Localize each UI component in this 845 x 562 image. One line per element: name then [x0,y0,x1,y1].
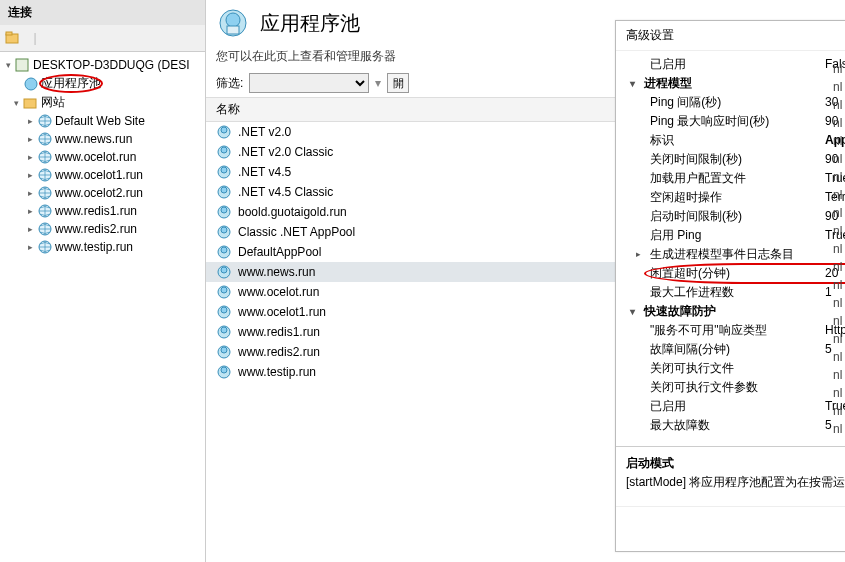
property-row[interactable]: Ping 间隔(秒)30 [616,93,845,112]
property-row[interactable]: 最大故障数5 [616,416,845,435]
chevron-right-icon[interactable]: ▸ [26,207,35,216]
tree-site-label: www.ocelot.run [55,150,136,164]
pool-item-icon [216,264,232,280]
property-row[interactable]: 关闭时间限制(秒)90 [616,150,845,169]
folder-icon[interactable] [4,29,22,47]
pool-item-label: Classic .NET AppPool [238,225,355,239]
chevron-right-icon[interactable]: ▸ [26,171,35,180]
property-label: 已启用 [650,56,825,73]
svg-point-25 [221,207,227,213]
chevron-right-icon[interactable]: ▸ [26,225,35,234]
svg-point-35 [221,307,227,313]
chevron-right-icon[interactable]: ▸ [636,246,641,263]
tree-app-pools[interactable]: 应用程序池 [0,74,205,93]
pool-item-icon [216,364,232,380]
property-desc-title: 启动模式 [626,455,845,472]
property-label: 最大工作进程数 [650,284,825,301]
property-desc-text: [startMode] 将应用程序池配置为在按需运行模式或始终运行模式下运行 [626,474,845,491]
tree-site-item[interactable]: ▸www.redis1.run [0,202,205,220]
svg-point-21 [221,167,227,173]
property-row[interactable]: Ping 最大响应时间(秒)90 [616,112,845,131]
property-category[interactable]: ▾快速故障防护 [616,302,845,321]
property-label: 空闲超时操作 [650,189,825,206]
property-row[interactable]: 启动时间限制(秒)90 [616,207,845,226]
chevron-down-icon[interactable]: ▾ [630,303,644,320]
tree-site-item[interactable]: ▸Default Web Site [0,112,205,130]
actions-strip-item: nl [831,384,845,402]
svg-point-33 [221,287,227,293]
chevron-right-icon[interactable]: ▸ [26,189,35,198]
connections-panel: 连接 | ▾ DESKTOP-D3DDUQG (DESI 应用程序池 ▾ 网站 … [0,0,206,562]
category-label: 快速故障防护 [644,303,716,320]
tree-site-label: www.testip.run [55,240,133,254]
property-grid[interactable]: 已启用False▾进程模型Ping 间隔(秒)30Ping 最大响应时间(秒)9… [616,51,845,446]
chevron-right-icon[interactable]: ▸ [26,153,35,162]
pool-item-label: .NET v4.5 [238,165,291,179]
property-row[interactable]: 标识ApplicationPoolIdentity [616,131,845,150]
pool-item-label: .NET v4.5 Classic [238,185,333,199]
property-row[interactable]: 已启用True [616,397,845,416]
property-label: Ping 间隔(秒) [650,94,825,111]
chevron-right-icon[interactable]: ▸ [26,243,35,252]
actions-strip-item: nl [831,330,845,348]
tree-site-item[interactable]: ▸www.news.run [0,130,205,148]
tree-site-item[interactable]: ▸www.ocelot.run [0,148,205,166]
property-label: 故障间隔(分钟) [650,341,825,358]
property-category[interactable]: ▾进程模型 [616,74,845,93]
tree-site-label: www.ocelot1.run [55,168,143,182]
tree-site-item[interactable]: ▸www.testip.run [0,238,205,256]
property-row[interactable]: "服务不可用"响应类型HttpLevel [616,321,845,340]
property-row[interactable]: 已启用False [616,55,845,74]
actions-strip-item: nl [831,222,845,240]
tree-site-item[interactable]: ▸www.redis2.run [0,220,205,238]
chevron-down-icon[interactable]: ▾ [4,61,13,70]
actions-strip-item: nl [831,348,845,366]
filter-go-button[interactable]: 開 [387,73,409,93]
property-row[interactable]: 关闭可执行文件 [616,359,845,378]
svg-point-3 [25,78,37,90]
pool-item-label: www.testip.run [238,365,316,379]
chevron-right-icon[interactable]: ▸ [26,135,35,144]
globe-icon [37,113,53,129]
pool-item-label: .NET v2.0 [238,125,291,139]
svg-rect-1 [6,32,12,35]
svg-point-29 [221,247,227,253]
property-row[interactable]: 关闭可执行文件参数 [616,378,845,397]
chevron-down-icon[interactable]: ▾ [12,98,21,107]
pool-item-label: www.ocelot.run [238,285,319,299]
actions-strip-item: nl [831,294,845,312]
property-label: 关闭可执行文件 [650,360,825,377]
tree-site-item[interactable]: ▸www.ocelot1.run [0,166,205,184]
property-row[interactable]: 空闲超时操作Terminate [616,188,845,207]
actions-strip-item: nl [831,96,845,114]
actions-strip-item: nl [831,240,845,258]
pool-item-icon [216,144,232,160]
globe-icon [37,203,53,219]
globe-icon [37,131,53,147]
property-row[interactable]: 加载用户配置文件True [616,169,845,188]
actions-strip: nlnlnlnlnlnlnlnlnlnlnlnlnlnlnlnlnlnlnlnl… [831,60,845,438]
property-row[interactable]: 故障间隔(分钟)5 [616,340,845,359]
main-panel: 应用程序池 您可以在此页上查看和管理服务器 筛选: ▾ 開 ▼ 名称 .NET … [206,0,845,562]
svg-point-31 [221,267,227,273]
tree-site-item[interactable]: ▸www.ocelot2.run [0,184,205,202]
dialog-title-text: 高级设置 [626,27,674,44]
chevron-down-icon[interactable]: ▾ [630,75,644,92]
svg-point-41 [221,367,227,373]
svg-point-14 [226,13,240,27]
property-row[interactable]: 最大工作进程数1 [616,283,845,302]
chevron-right-icon[interactable]: ▸ [26,117,35,126]
property-label: "服务不可用"响应类型 [650,322,825,339]
actions-strip-item: nl [831,258,845,276]
divider-icon: | [26,29,44,47]
tree-app-pools-label: 应用程序池 [41,75,101,92]
page-title: 应用程序池 [260,10,360,37]
property-row[interactable]: 启用 PingTrue [616,226,845,245]
globe-icon [37,167,53,183]
property-row[interactable]: ▸生成进程模型事件日志条目 [616,245,845,264]
tree-root[interactable]: ▾ DESKTOP-D3DDUQG (DESI [0,56,205,74]
connections-tree: ▾ DESKTOP-D3DDUQG (DESI 应用程序池 ▾ 网站 ▸Defa… [0,52,205,562]
filter-select[interactable] [249,73,369,93]
property-row[interactable]: 闲置超时(分钟)20 [616,264,845,283]
tree-sites[interactable]: ▾ 网站 [0,93,205,112]
